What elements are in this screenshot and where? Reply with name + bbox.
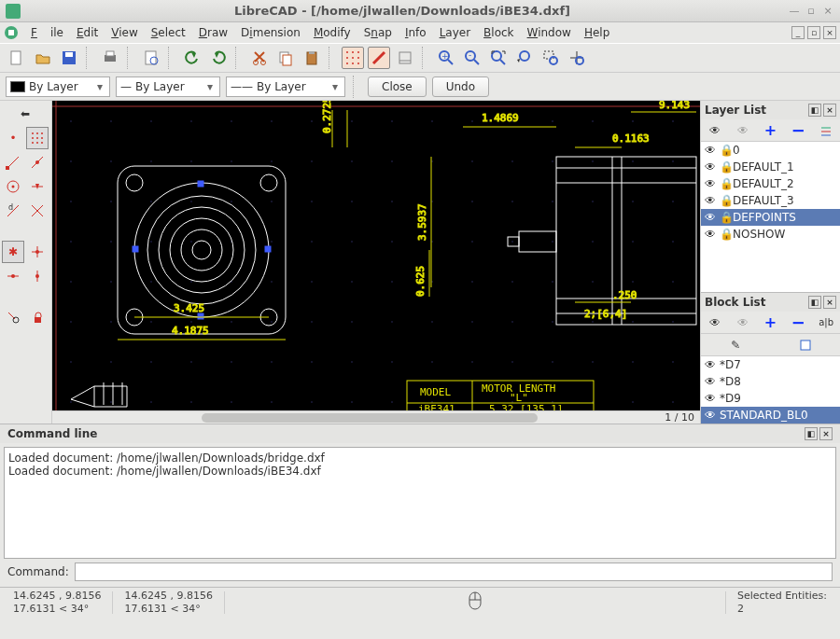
eye-icon[interactable]: 👁 [705, 409, 716, 422]
lock-icon[interactable]: 🔒 [720, 160, 729, 174]
new-button[interactable] [6, 47, 28, 69]
add-layer-button[interactable]: + [762, 122, 778, 139]
paste-button[interactable] [301, 47, 323, 69]
show-all-blocks-button[interactable]: 👁 [707, 314, 723, 331]
snap-middle-button[interactable] [26, 175, 49, 198]
mdi-restore-icon[interactable]: ▫ [807, 26, 820, 39]
restrict-nothing-button[interactable]: ✱ [2, 241, 24, 263]
panel-undock-icon[interactable]: ◧ [808, 296, 821, 309]
block-row[interactable]: 👁*D9 [701, 390, 840, 407]
print-preview-button[interactable] [140, 47, 162, 69]
layer-row[interactable]: 👁🔒DEFPOINTS [701, 209, 840, 226]
edit-layer-button[interactable] [818, 122, 834, 139]
menu-select[interactable]: Select [145, 24, 192, 41]
eye-icon[interactable]: 👁 [705, 177, 716, 190]
lock-icon[interactable]: 🔒 [720, 194, 729, 207]
draft-toggle-button[interactable] [368, 47, 390, 69]
minimize-icon[interactable]: — [788, 5, 801, 18]
layer-color-combo[interactable]: By Layer ▾ [6, 76, 110, 97]
eye-icon[interactable]: 👁 [705, 392, 716, 405]
save-button[interactable] [58, 47, 80, 69]
eye-icon[interactable]: 👁 [705, 358, 716, 371]
grid-toggle-button[interactable] [342, 47, 364, 69]
snap-endpoint-button[interactable] [2, 151, 24, 174]
block-row[interactable]: 👁STANDARD_BL0 [701, 407, 840, 424]
redo-button[interactable] [207, 47, 230, 69]
mdi-close-icon[interactable]: × [823, 26, 836, 39]
zoom-out-button[interactable]: - [461, 47, 483, 69]
show-all-layers-button[interactable]: 👁 [707, 122, 723, 139]
restrict-vertical-button[interactable] [26, 265, 49, 287]
hide-all-blocks-button[interactable]: 👁 [735, 314, 751, 331]
menu-block[interactable]: Block [477, 24, 520, 41]
menu-snap[interactable]: Snap [357, 24, 399, 41]
remove-layer-button[interactable]: − [790, 122, 806, 139]
zoom-auto-button[interactable] [487, 47, 510, 69]
layer-list[interactable]: 👁🔒0👁🔒DEFAULT_1👁🔒DEFAULT_2👁🔒DEFAULT_3👁🔒DE… [701, 142, 840, 292]
eye-icon[interactable]: 👁 [705, 211, 716, 224]
menu-edit[interactable]: Edit [70, 24, 105, 41]
hide-all-layers-button[interactable]: 👁 [735, 122, 751, 139]
snap-center-button[interactable] [2, 175, 24, 198]
snap-free-button[interactable]: • [2, 127, 24, 149]
lock-icon[interactable]: 🔒 [720, 228, 729, 241]
panel-close-icon[interactable]: × [823, 296, 836, 309]
panel-close-icon[interactable]: × [819, 427, 833, 440]
mdi-minimize-icon[interactable]: _ [791, 26, 805, 39]
lock-relative-zero-button[interactable] [26, 306, 49, 328]
set-relative-zero-button[interactable] [2, 306, 24, 328]
lock-icon[interactable]: 🔒 [720, 211, 729, 224]
zoom-previous-button[interactable] [513, 47, 536, 69]
block-row[interactable]: 👁*D8 [701, 373, 840, 390]
line-type-combo[interactable]: ——By Layer ▾ [226, 76, 345, 97]
zoom-window-button[interactable] [539, 47, 562, 69]
snap-distance-button[interactable]: d [2, 200, 24, 222]
block-row[interactable]: 👁*D7 [701, 356, 840, 373]
panel-undock-icon[interactable]: ◧ [805, 427, 818, 440]
close-icon[interactable]: × [821, 5, 834, 18]
menu-window[interactable]: Window [521, 24, 578, 41]
eye-icon[interactable]: 👁 [705, 194, 716, 207]
add-block-button[interactable]: + [762, 314, 778, 331]
scrollbar-thumb[interactable] [202, 413, 538, 423]
menu-modify[interactable]: Modify [307, 24, 357, 41]
menu-file[interactable]: File [24, 24, 70, 41]
layer-row[interactable]: 👁🔒DEFAULT_1 [701, 159, 840, 175]
zoom-pan-button[interactable] [566, 47, 588, 69]
lock-icon[interactable]: 🔒 [720, 144, 729, 157]
command-input[interactable] [75, 563, 833, 581]
edit-block-button[interactable]: ✎ [727, 337, 744, 354]
snap-on-entity-button[interactable] [26, 151, 49, 174]
maximize-icon[interactable]: ▫ [805, 5, 818, 18]
eye-icon[interactable]: 👁 [705, 160, 716, 174]
cut-button[interactable] [248, 47, 271, 69]
copy-button[interactable] [274, 47, 297, 69]
layer-row[interactable]: 👁🔒0 [701, 142, 840, 159]
layer-row[interactable]: 👁🔒NOSHOW [701, 226, 840, 243]
menu-draw[interactable]: Draw [192, 24, 234, 41]
eye-icon[interactable]: 👁 [705, 375, 716, 388]
panel-undock-icon[interactable]: ◧ [808, 104, 821, 117]
undo-button[interactable] [181, 47, 203, 69]
restrict-ortho-button[interactable] [26, 241, 49, 263]
horizontal-scrollbar[interactable]: 1 / 10 [52, 410, 700, 424]
print-button[interactable] [99, 47, 121, 69]
remove-block-button[interactable]: − [790, 314, 806, 331]
menu-dimension[interactable]: Dimension [234, 24, 307, 41]
close-button[interactable]: Close [368, 76, 427, 97]
menu-info[interactable]: Info [399, 24, 433, 41]
open-button[interactable] [32, 47, 54, 69]
snap-grid-button[interactable] [26, 127, 49, 149]
snap-intersection-button[interactable] [26, 200, 49, 222]
eye-icon[interactable]: 👁 [705, 144, 716, 157]
restrict-horizontal-button[interactable] [2, 265, 24, 287]
statusbar-toggle-button[interactable] [394, 47, 416, 69]
layer-row[interactable]: 👁🔒DEFAULT_3 [701, 192, 840, 209]
eye-icon[interactable]: 👁 [705, 228, 716, 241]
insert-block-button[interactable] [797, 337, 814, 354]
panel-close-icon[interactable]: × [823, 104, 836, 117]
drawing-canvas[interactable]: 0.2725 1.4869 0.1163 9.143 3.5937 0.625 … [52, 101, 700, 424]
block-list[interactable]: 👁*D7👁*D8👁*D9👁STANDARD_BL0 [701, 356, 840, 424]
layer-row[interactable]: 👁🔒DEFAULT_2 [701, 175, 840, 192]
menu-view[interactable]: View [105, 24, 144, 41]
